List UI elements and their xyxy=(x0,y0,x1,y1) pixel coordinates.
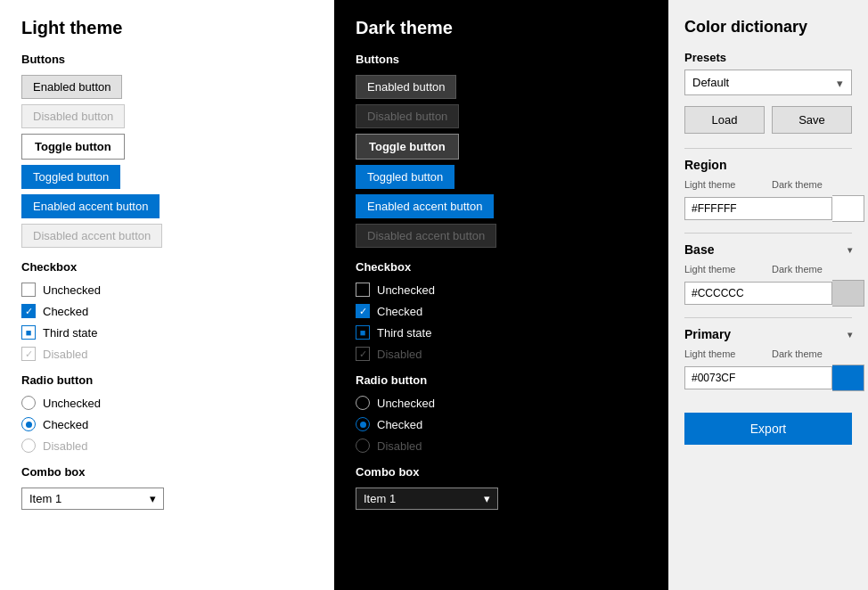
base-light-input[interactable] xyxy=(684,282,832,305)
light-checkbox-unchecked-label: Unchecked xyxy=(43,283,101,297)
dark-checkbox-unchecked-row: Unchecked xyxy=(356,283,647,297)
region-light-swatch xyxy=(832,195,864,222)
dark-radio-unchecked-row: Unchecked xyxy=(356,396,647,410)
light-combo-label: Combo box xyxy=(21,465,313,479)
dark-radio-unchecked-label: Unchecked xyxy=(377,397,435,410)
light-radio-disabled-row: Disabled xyxy=(21,438,313,453)
dark-radio-label: Radio button xyxy=(356,373,647,387)
light-combo-box[interactable]: Item 1 ▾ xyxy=(21,488,164,510)
color-dictionary-title: Color dictionary xyxy=(684,18,852,37)
dark-disabled-button: Disabled button xyxy=(356,104,459,128)
dark-accent-enabled-button[interactable]: Enabled accent button xyxy=(356,194,494,218)
dark-combo-label: Combo box xyxy=(356,465,647,479)
light-radio-checked-inner xyxy=(26,422,32,428)
dark-checkbox-third-row: ■ Third state xyxy=(356,325,647,340)
dark-accent-disabled-button: Disabled accent button xyxy=(356,224,496,248)
base-chevron-icon[interactable]: ▾ xyxy=(848,245,852,255)
base-light-group xyxy=(684,280,864,307)
base-label: Base xyxy=(684,242,714,257)
light-combo-chevron-icon: ▾ xyxy=(150,492,156,505)
light-checkbox-disabled-row: ✓ Disabled xyxy=(21,347,313,361)
region-light-group xyxy=(684,195,864,222)
export-button[interactable]: Export xyxy=(684,413,852,445)
primary-light-label: Light theme xyxy=(684,348,765,359)
dark-checkbox-checked-box[interactable]: ✓ xyxy=(356,304,370,318)
light-radio-unchecked-label: Unchecked xyxy=(43,397,101,410)
dark-toggled-button[interactable]: Toggled button xyxy=(356,165,454,189)
dark-checkbox-checked-label: Checked xyxy=(377,305,422,318)
light-radio-unchecked-circle[interactable] xyxy=(21,396,36,410)
primary-label: Primary xyxy=(684,327,731,341)
base-color-row xyxy=(684,280,852,307)
dark-radio-checked-row: Checked xyxy=(356,417,647,431)
light-checkbox-checked-box[interactable]: ✓ xyxy=(21,304,36,318)
dark-radio-checked-circle[interactable] xyxy=(356,417,370,431)
light-accent-disabled-button: Disabled accent button xyxy=(21,224,162,248)
dark-buttons-label: Buttons xyxy=(356,53,647,66)
dark-toggle-button[interactable]: Toggle button xyxy=(356,134,459,160)
light-radio-disabled-label: Disabled xyxy=(43,439,88,453)
dark-checkbox-label: Checkbox xyxy=(356,260,647,274)
primary-color-row xyxy=(684,365,852,391)
dark-checkbox-unchecked-label: Unchecked xyxy=(377,283,435,297)
light-theme-title: Light theme xyxy=(21,18,313,38)
dark-radio-unchecked-circle[interactable] xyxy=(356,396,370,410)
primary-section-header: Primary ▾ xyxy=(684,317,852,341)
light-checkbox-label: Checkbox xyxy=(21,260,313,274)
dark-checkbox-third-label: Third state xyxy=(377,326,431,340)
light-checkbox-checked-label: Checked xyxy=(43,305,88,318)
dark-checkbox-checked-row: ✓ Checked xyxy=(356,304,647,318)
dark-enabled-button[interactable]: Enabled button xyxy=(356,75,456,99)
color-dictionary-panel: Color dictionary Presets Default Load Sa… xyxy=(668,0,868,590)
light-checkbox-third-row: ■ Third state xyxy=(21,325,313,340)
dark-checkbox-unchecked-box[interactable] xyxy=(356,283,370,297)
primary-light-input[interactable] xyxy=(684,366,832,389)
base-dark-label: Dark theme xyxy=(772,264,852,275)
light-disabled-button: Disabled button xyxy=(21,104,125,128)
primary-light-swatch xyxy=(832,365,864,391)
region-dark-label: Dark theme xyxy=(772,179,852,190)
dark-combo-chevron-icon: ▾ xyxy=(484,492,490,505)
light-radio-unchecked-row: Unchecked xyxy=(21,396,313,410)
light-checkbox-unchecked-row: Unchecked xyxy=(21,283,313,297)
region-label: Region xyxy=(684,158,726,172)
dark-combo-box[interactable]: Item 1 ▾ xyxy=(356,488,498,510)
dark-checkbox-disabled-label: Disabled xyxy=(377,348,422,361)
primary-theme-labels: Light theme Dark theme xyxy=(684,348,852,359)
region-section-header: Region xyxy=(684,148,852,172)
light-enabled-button[interactable]: Enabled button xyxy=(21,75,122,99)
light-toggle-button[interactable]: Toggle button xyxy=(21,134,125,160)
preset-select[interactable]: Default xyxy=(684,70,852,95)
dark-checkbox-disabled-box: ✓ xyxy=(356,347,370,361)
dark-combo-value: Item 1 xyxy=(364,492,396,505)
light-radio-checked-row: Checked xyxy=(21,417,313,431)
light-radio-label: Radio button xyxy=(21,373,313,387)
base-section-header: Base ▾ xyxy=(684,233,852,257)
preset-select-wrapper: Default xyxy=(684,70,852,95)
light-radio-checked-circle[interactable] xyxy=(21,417,36,431)
dark-radio-checked-label: Checked xyxy=(377,418,422,431)
dark-theme-panel: Dark theme Buttons Enabled button Disabl… xyxy=(334,0,668,590)
dark-radio-disabled-circle xyxy=(356,438,370,453)
dark-checkbox-third-box[interactable]: ■ xyxy=(356,325,370,340)
light-checkbox-disabled-box: ✓ xyxy=(21,347,36,361)
save-button[interactable]: Save xyxy=(772,106,852,134)
primary-chevron-icon[interactable]: ▾ xyxy=(848,330,852,340)
load-save-row: Load Save xyxy=(684,106,852,134)
light-checkbox-third-box[interactable]: ■ xyxy=(21,325,36,340)
primary-dark-label: Dark theme xyxy=(772,348,852,359)
light-radio-checked-label: Checked xyxy=(43,418,88,431)
region-theme-labels: Light theme Dark theme xyxy=(684,179,852,190)
load-button[interactable]: Load xyxy=(684,106,765,134)
dark-radio-checked-inner xyxy=(360,422,366,428)
light-checkbox-third-label: Third state xyxy=(43,326,97,340)
base-theme-labels: Light theme Dark theme xyxy=(684,264,852,275)
dark-radio-disabled-label: Disabled xyxy=(377,439,422,453)
presets-label: Presets xyxy=(684,51,852,64)
region-light-input[interactable] xyxy=(684,197,832,220)
light-toggled-button[interactable]: Toggled button xyxy=(21,165,120,189)
light-radio-disabled-circle xyxy=(21,438,36,453)
light-checkbox-checked-row: ✓ Checked xyxy=(21,304,313,318)
light-accent-enabled-button[interactable]: Enabled accent button xyxy=(21,194,160,218)
light-checkbox-unchecked-box[interactable] xyxy=(21,283,36,297)
